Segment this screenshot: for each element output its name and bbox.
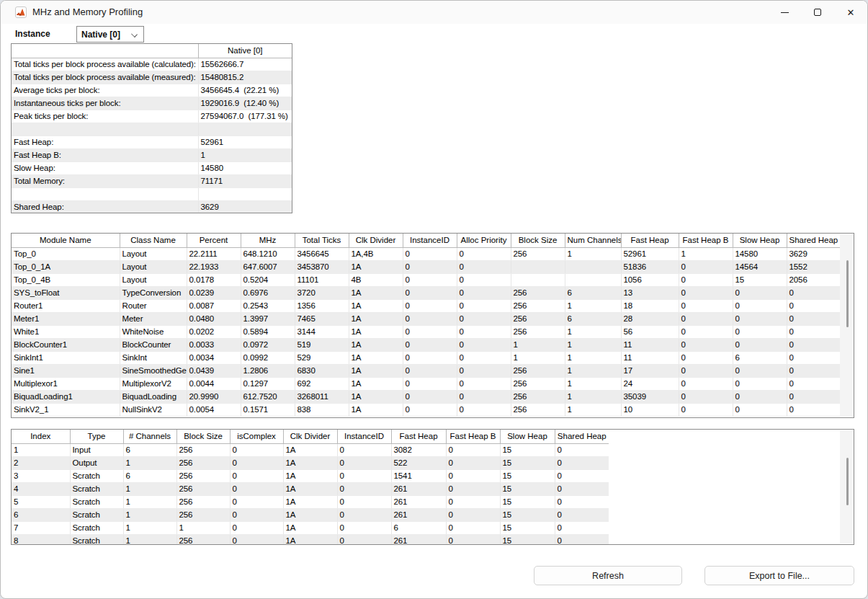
table-cell[interactable]: 0.0972 (241, 338, 295, 351)
table-cell[interactable]: 256 (511, 312, 565, 325)
table-cell[interactable]: 7 (12, 521, 70, 534)
table-cell[interactable]: Scratch (70, 521, 123, 534)
table-cell[interactable]: 6 (123, 443, 176, 456)
table-cell[interactable]: 0 (230, 534, 283, 545)
table-cell[interactable]: 0 (679, 377, 733, 390)
table-cell[interactable]: 1A (349, 390, 403, 403)
table-cell[interactable]: 15 (500, 495, 555, 508)
maximize-button[interactable] (801, 1, 834, 24)
table-cell[interactable]: 0 (403, 312, 457, 325)
table-cell[interactable]: 1A,4B (349, 247, 403, 260)
table-cell[interactable]: 1A (349, 286, 403, 299)
table-cell[interactable]: 56 (621, 325, 679, 338)
table-cell[interactable]: 0 (403, 273, 457, 286)
table-cell[interactable]: 1A (349, 312, 403, 325)
table-cell[interactable]: 0.2543 (241, 299, 295, 312)
table-cell[interactable]: 1A (283, 521, 337, 534)
table-cell[interactable]: 0 (457, 312, 511, 325)
table-cell[interactable]: 0 (403, 286, 457, 299)
table-cell[interactable]: 0 (403, 364, 457, 377)
scrollbar-thumb[interactable] (846, 458, 849, 505)
table-cell[interactable]: 15 (500, 456, 555, 469)
table-cell[interactable]: 24 (621, 377, 679, 390)
table-cell[interactable]: 0 (555, 495, 609, 508)
table-cell[interactable]: 1A (283, 443, 337, 456)
table-cell[interactable]: Total ticks per block process available … (12, 58, 198, 71)
table-cell[interactable]: 0 (230, 495, 283, 508)
table-cell[interactable]: SinkV2_1 (12, 403, 120, 416)
table-cell[interactable]: Meter1 (12, 312, 120, 325)
table-cell[interactable]: 22.1933 (187, 260, 241, 273)
table-cell[interactable]: 1356 (295, 299, 349, 312)
table-cell[interactable]: 1 (565, 325, 621, 338)
table-cell[interactable]: 15562666.7 (198, 58, 292, 71)
table-cell[interactable]: 0 (403, 299, 457, 312)
table-cell[interactable]: 0 (733, 286, 787, 299)
table-cell[interactable]: 52961 (621, 247, 679, 260)
table-cell[interactable]: 0 (679, 338, 733, 351)
table-cell[interactable]: 1A (349, 351, 403, 364)
table-cell[interactable]: 0 (337, 495, 391, 508)
table-cell[interactable]: 1 (565, 338, 621, 351)
table-cell[interactable]: 522 (391, 456, 446, 469)
table-cell[interactable]: 0 (457, 260, 511, 273)
table-cell[interactable]: 256 (176, 495, 230, 508)
table-cell[interactable]: Input (70, 443, 123, 456)
table-cell[interactable]: 0 (457, 377, 511, 390)
table-cell[interactable]: 1A (349, 338, 403, 351)
table-cell[interactable]: 3629 (787, 247, 840, 260)
table-cell[interactable]: 1 (565, 351, 621, 364)
export-to-file-button[interactable]: Export to File... (704, 566, 854, 585)
table-cell[interactable]: 0 (446, 495, 500, 508)
table-cell[interactable]: 3 (12, 469, 70, 482)
table-cell[interactable]: 0.6976 (241, 286, 295, 299)
table-cell[interactable]: 1A (349, 403, 403, 416)
table-cell[interactable]: 0 (555, 508, 609, 521)
table-cell[interactable]: 0 (403, 260, 457, 273)
table-cell[interactable]: 1.3997 (241, 312, 295, 325)
table-cell[interactable]: Layout (120, 247, 187, 260)
table-cell[interactable]: 0.0087 (187, 299, 241, 312)
table-cell[interactable]: 13 (621, 286, 679, 299)
table-cell[interactable]: Top_0 (12, 247, 120, 260)
table-cell[interactable]: 0 (230, 482, 283, 495)
instance-dropdown[interactable]: Native [0] (76, 26, 144, 43)
table-cell[interactable]: 0 (403, 403, 457, 416)
table-cell[interactable]: 0 (230, 456, 283, 469)
table-cell[interactable]: 0 (337, 508, 391, 521)
table-cell[interactable]: 3629 (198, 200, 292, 213)
table-cell[interactable]: 6 (733, 351, 787, 364)
table-cell[interactable]: 256 (176, 508, 230, 521)
table-cell[interactable]: 15 (500, 469, 555, 482)
table-cell[interactable]: 1541 (391, 469, 446, 482)
table-cell[interactable]: 0 (733, 403, 787, 416)
table-cell[interactable]: 256 (511, 403, 565, 416)
table-cell[interactable]: 3144 (295, 325, 349, 338)
table-cell[interactable]: 0 (733, 338, 787, 351)
table-cell[interactable]: 15480815.2 (198, 71, 292, 84)
table-cell[interactable]: 0 (679, 286, 733, 299)
table-cell[interactable]: 2 (12, 456, 70, 469)
table-cell[interactable]: 15 (500, 534, 555, 545)
table-cell[interactable]: 15 (733, 273, 787, 286)
table-cell[interactable]: White1 (12, 325, 120, 338)
table-cell[interactable]: 1A (349, 325, 403, 338)
table-cell[interactable]: 0.0992 (241, 351, 295, 364)
table-cell[interactable]: 1A (283, 456, 337, 469)
table-cell[interactable]: 6 (12, 508, 70, 521)
table-cell[interactable]: Router1 (12, 299, 120, 312)
table-cell[interactable]: 3268011 (295, 390, 349, 403)
table-cell[interactable]: 0 (679, 312, 733, 325)
table-cell[interactable]: 0.1297 (241, 377, 295, 390)
table-cell[interactable]: 1 (511, 338, 565, 351)
table-cell[interactable]: 0 (337, 521, 391, 534)
table-cell[interactable]: 35039 (621, 390, 679, 403)
table-cell[interactable]: 0 (787, 299, 840, 312)
table-cell[interactable]: 0 (446, 482, 500, 495)
table-cell[interactable]: 0 (787, 364, 840, 377)
table-cell[interactable]: Top_0_4B (12, 273, 120, 286)
table-cell[interactable]: BiquadLoading1 (12, 390, 120, 403)
table-cell[interactable]: 0 (446, 534, 500, 545)
table-cell[interactable]: 1 (565, 247, 621, 260)
table-cell[interactable]: 0 (679, 403, 733, 416)
